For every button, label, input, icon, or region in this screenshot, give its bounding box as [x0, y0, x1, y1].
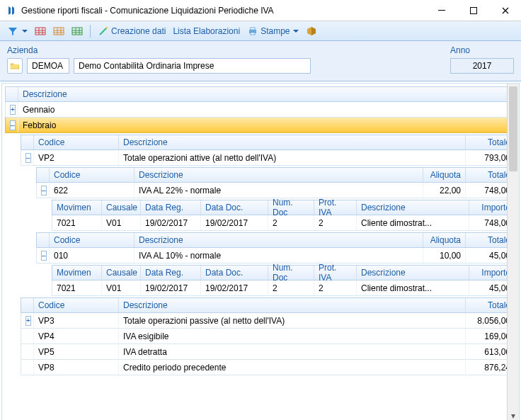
chevron-down-icon	[293, 28, 299, 34]
col-descrizione[interactable]: Descrizione	[119, 135, 466, 149]
svg-rect-2	[35, 28, 45, 35]
grid-green-icon	[71, 25, 83, 37]
minimize-button[interactable]	[425, 0, 457, 21]
row-vp5[interactable]: VP5 IVA detratta 613,06	[21, 344, 516, 360]
azienda-code-field[interactable]: DEMOA	[27, 58, 69, 74]
maximize-button[interactable]	[457, 0, 489, 21]
vp-header: Codice Descrizione Totale	[21, 135, 516, 150]
collapse-icon[interactable]: –	[10, 120, 16, 130]
febbraio-label: Febbraio	[18, 118, 515, 132]
svg-rect-3	[54, 28, 64, 35]
svg-rect-7	[251, 28, 255, 30]
col-descrizione[interactable]: Descrizione	[18, 87, 515, 101]
svg-rect-4	[72, 28, 82, 35]
row-febbraio[interactable]: – Febbraio	[5, 118, 516, 133]
expand-icon[interactable]: +	[10, 105, 16, 115]
vertical-scrollbar[interactable]: ▴ ▾	[507, 84, 519, 420]
row-gennaio[interactable]: + Gennaio	[5, 102, 516, 118]
lista-elaborazioni-button[interactable]: Lista Elaborazioni	[170, 25, 243, 38]
grid-panel: Descrizione + Gennaio – Febbraio Codice …	[1, 83, 520, 420]
anno-field[interactable]: 2017	[450, 58, 514, 74]
filter-icon	[7, 25, 18, 37]
folder-open-icon	[10, 61, 20, 71]
toolbar-grid3-button[interactable]	[69, 24, 86, 38]
stampe-label: Stampe	[260, 26, 290, 36]
toolbar-grid1-button[interactable]	[32, 24, 49, 38]
aliquota-header: Codice Descrizione Aliquota Totale	[36, 232, 516, 248]
toolbar-grid2-button[interactable]	[50, 24, 67, 38]
header-panel: Azienda DEMOA Demo Contabilità Ordinaria…	[0, 41, 521, 81]
title-bar: Gestione riporti fiscali - Comunicazione…	[0, 0, 521, 21]
row-mov-22[interactable]: 7021 V01 19/02/2017 19/02/2017 2 2 Clien…	[52, 215, 516, 231]
svg-rect-8	[251, 33, 255, 35]
toolbar: Creazione dati Lista Elaborazioni Stampe	[0, 21, 521, 41]
expand-icon[interactable]: +	[25, 316, 31, 326]
grid-red-icon	[35, 25, 46, 37]
chevron-down-icon	[22, 28, 28, 34]
svg-rect-0	[438, 10, 445, 11]
mov-header: Movimen Causale Data Reg. Data Doc. Num.…	[52, 265, 516, 280]
close-button[interactable]	[489, 0, 521, 21]
toolbar-package-button[interactable]	[303, 24, 320, 38]
grid-header: Descrizione	[5, 86, 516, 102]
row-vp2[interactable]: – VP2 Totale operazioni attive (al netto…	[21, 150, 516, 166]
scroll-thumb[interactable]	[509, 86, 517, 171]
lista-elaborazioni-label: Lista Elaborazioni	[173, 26, 240, 36]
collapse-icon[interactable]: –	[25, 153, 31, 163]
azienda-label: Azienda	[7, 45, 440, 55]
anno-label: Anno	[450, 45, 514, 55]
collapse-icon[interactable]: –	[41, 186, 47, 195]
row-vp4[interactable]: VP4 IVA esigibile 169,06	[21, 329, 516, 344]
creazione-dati-label: Creazione dati	[111, 26, 166, 36]
creazione-dati-button[interactable]: Creazione dati	[95, 24, 168, 38]
vp-header: Codice Descrizione Totale	[21, 297, 516, 313]
row-vp3[interactable]: + VP3 Totale operazioni passive (al nett…	[21, 313, 516, 329]
row-mov-10[interactable]: 7021 V01 19/02/2017 19/02/2017 2 2 Clien…	[52, 280, 516, 296]
collapse-icon[interactable]: –	[41, 251, 47, 261]
stampe-button[interactable]: Stampe	[244, 24, 302, 38]
row-vp8[interactable]: VP8 Credito periodo precedente 876,24	[21, 360, 516, 375]
row-aliquota-10[interactable]: – 010 IVA AL 10% - normale 10,00 45,00	[36, 248, 516, 263]
package-icon	[306, 25, 317, 37]
window-title: Gestione riporti fiscali - Comunicazione…	[21, 6, 425, 16]
col-codice[interactable]: Codice	[34, 135, 119, 149]
wand-icon	[98, 25, 109, 37]
mov-header: Movimen Causale Data Reg. Data Doc. Num.…	[52, 200, 516, 215]
app-icon	[6, 5, 17, 16]
grid-orange-icon	[53, 25, 64, 37]
azienda-lookup-button[interactable]	[7, 58, 23, 74]
toolbar-filter-button[interactable]	[4, 24, 30, 38]
svg-rect-1	[470, 7, 476, 13]
gennaio-label: Gennaio	[18, 102, 515, 117]
row-aliquota-22[interactable]: – 622 IVA AL 22% - normale 22,00 748,00	[36, 183, 516, 198]
azienda-desc-field[interactable]: Demo Contabilità Ordinaria Imprese	[74, 58, 311, 74]
print-icon	[247, 25, 258, 37]
aliquota-header: Codice Descrizione Aliquota Totale	[36, 167, 516, 183]
scroll-down-arrow[interactable]: ▾	[508, 409, 519, 420]
svg-point-5	[106, 26, 108, 28]
